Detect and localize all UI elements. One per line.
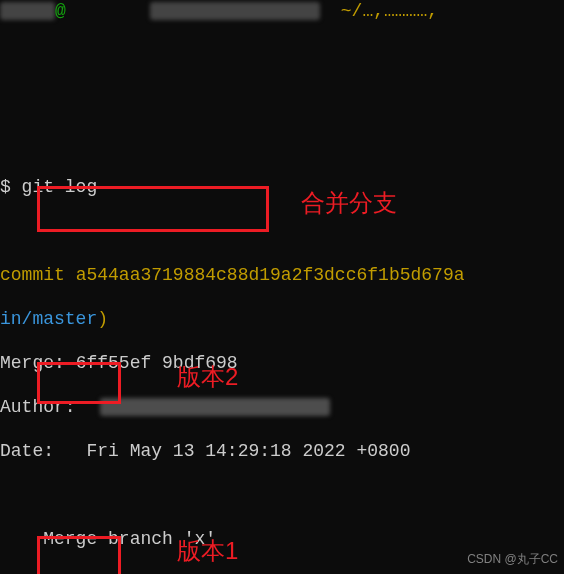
watermark: CSDN @丸子CC bbox=[467, 548, 558, 570]
smudge bbox=[0, 2, 55, 20]
ref-close: ) bbox=[97, 309, 108, 329]
header-line: @ ~/…,…………, bbox=[0, 0, 564, 22]
commit-prefix: commit bbox=[0, 265, 76, 285]
prompt-symbol: $ bbox=[0, 177, 22, 197]
commit-line: commit a544aa3719884c88d19a2f3dcc6f1b5d6… bbox=[0, 264, 564, 286]
annotation-text-merge: 合并分支 bbox=[301, 192, 397, 214]
ref-suffix: in/master bbox=[0, 309, 97, 329]
annotation-box-v11 bbox=[37, 362, 121, 404]
smudge bbox=[150, 2, 320, 20]
annotation-text-v22: 版本1 bbox=[177, 540, 238, 562]
commit-hash: a544aa3719884c88d19a2f3dcc6f1b5d679a bbox=[76, 265, 465, 285]
date-line: Date: Fri May 13 14:29:18 2022 +0800 bbox=[0, 440, 564, 462]
path-suffix: ~/…,…………, bbox=[330, 0, 438, 22]
date-value: Fri May 13 14:29:18 2022 +0800 bbox=[86, 441, 410, 461]
annotation-text-v11: 版本2 bbox=[177, 366, 238, 388]
smudge bbox=[100, 398, 330, 416]
blank-line bbox=[0, 484, 564, 506]
at-sign: @ bbox=[55, 0, 66, 22]
date-label: Date: bbox=[0, 441, 86, 461]
commit-ref-line: in/master) bbox=[0, 308, 564, 330]
annotation-box-merge bbox=[37, 186, 269, 232]
annotation-box-v22 bbox=[37, 536, 121, 574]
